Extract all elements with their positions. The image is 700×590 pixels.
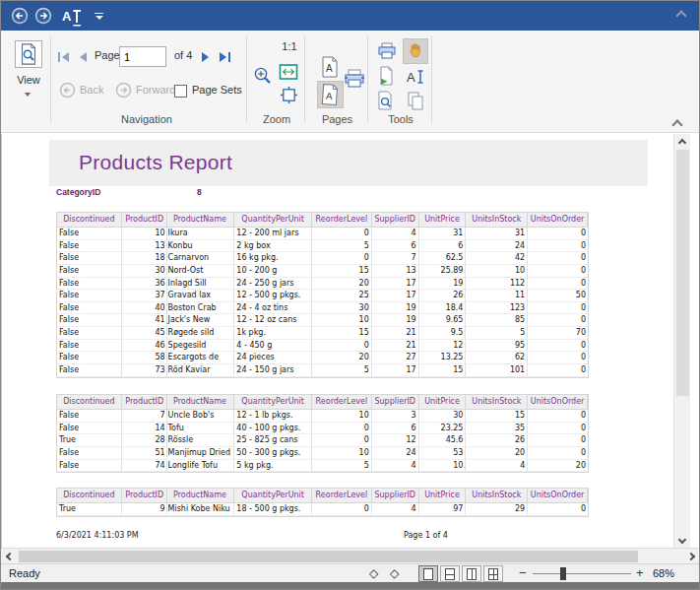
diamond-marker-icon[interactable]: ◇ [390,566,399,580]
copy-button[interactable] [407,91,424,110]
table-cell: 6 [372,423,419,434]
forward-history-button[interactable] [115,82,132,98]
table-row: False74Longlife Tofu5 kg pkg.5410420 [57,460,588,473]
vertical-scrollbar[interactable] [673,134,690,550]
report-table-3: DiscontinuedProductIDProductNameQuantity… [56,488,589,517]
page-number-input[interactable] [119,46,166,67]
view-dropdown-arrow-icon[interactable] [25,93,31,97]
text-search-tool-button[interactable]: A [406,68,426,86]
window-bottom-border [1,582,700,589]
facing-pages-view-button[interactable]: A [321,84,339,105]
pages-group-label: Pages [307,113,367,125]
table-row: False40Boston Crab24 - 4 oz tins301918.4… [57,302,588,315]
header-cell: QuantityPerUnit [234,213,312,227]
quick-access-dropdown-icon[interactable] [95,13,103,20]
scroll-down-icon[interactable] [678,536,686,544]
print-button[interactable] [377,41,397,61]
horizontal-split-layout-button[interactable] [440,565,460,582]
header-cell: SupplierID [372,395,419,409]
page-sets-label: Page Sets [192,84,242,96]
table-row: False7Uncle Bob's12 - 1 lb pkgs.10330150 [57,410,588,423]
view-button-label[interactable]: View [1,74,56,86]
back-history-button[interactable] [59,82,76,98]
table-row: False30Nord-Ost10 - 200 g151325.89100 [57,265,588,278]
table-cell: 18.4 [419,302,467,314]
horizontal-scrollbar[interactable] [1,548,700,563]
table-cell: False [57,265,122,277]
table-cell: Mishi Kobe Niku [167,503,235,515]
report-preview-area: Products Report CategoryID 8 Discontinue… [1,134,700,550]
header-cell: ProductName [167,489,235,502]
scroll-left-icon[interactable] [6,553,14,560]
table-cell: 24 - 4 oz tins [234,302,312,314]
two-page-layout-button[interactable] [462,565,481,582]
single-page-layout-button[interactable] [418,565,438,582]
table-cell: 85 [466,314,528,326]
fit-page-button[interactable] [280,86,298,104]
table-row: False51Manjimup Dried50 - 300 g pkgs.102… [57,447,588,460]
zoom-in-button[interactable]: + [636,565,644,580]
next-page-button[interactable] [200,51,211,63]
zoom-slider-track[interactable] [533,573,631,574]
previous-page-button[interactable] [77,51,88,63]
zoom-one-to-one-button[interactable]: 1:1 [278,40,301,52]
fit-width-button[interactable] [279,63,298,81]
zoom-slider-thumb[interactable] [560,567,566,580]
header-cell: ProductID [122,489,167,502]
diamond-marker-icon[interactable]: ◇ [369,566,378,580]
zoom-magnifier-button[interactable] [252,66,274,88]
last-page-button[interactable] [219,51,231,63]
ribbon-collapse-icon[interactable] [671,119,682,130]
page-setup-button[interactable] [345,68,364,90]
forward-icon[interactable] [34,7,52,25]
search-document-button[interactable] [376,91,394,110]
horizontal-scroll-thumb[interactable] [19,551,638,562]
table-cell: 41 [122,314,167,326]
table-cell: 5 kg pkg. [234,460,312,472]
view-button[interactable] [15,40,42,68]
grid-layout-button[interactable] [483,565,503,582]
header-cell: QuantityPerUnit [234,395,312,409]
table-header-row: DiscontinuedProductIDProductNameQuantity… [57,395,588,410]
report-table-2: DiscontinuedProductIDProductNameQuantity… [56,394,589,473]
table-cell: 0 [528,447,588,459]
table-cell: 40 [122,302,167,314]
header-cell: ProductName [167,213,235,227]
vertical-scroll-thumb[interactable] [676,150,689,396]
table-row: False41Jack's New12 - 12 oz cans10199.65… [57,314,588,327]
table-cell: 0 [312,228,372,239]
page-sets-checkbox[interactable] [174,85,187,98]
group-field-value: 8 [197,187,202,197]
hand-tool-button[interactable] [407,41,424,59]
table-cell: 0 [528,434,588,446]
table-cell: 30 [122,265,167,277]
header-cell: UnitsOnOrder [528,213,588,227]
table-row: True28Rössle25 - 825 g cans01245.6260 [57,434,588,447]
table-cell: Nord-Ost [167,265,235,277]
text-edit-tool-icon[interactable]: A [62,9,81,24]
table-cell: 0 [528,410,588,422]
table-cell: 30 [312,302,372,314]
scroll-up-icon[interactable] [678,139,686,147]
table-cell: 0 [528,352,588,363]
table-cell: 11 [466,290,528,301]
table-cell: Longlife Tofu [167,460,235,472]
first-page-button[interactable] [57,51,70,63]
table-cell: Boston Crab [167,302,235,314]
zoom-out-button[interactable]: − [519,565,527,580]
status-bar: Ready ◇ ◇ − + 68% [1,563,700,582]
back-icon[interactable] [11,7,29,25]
table-cell: 62.5 [419,252,467,264]
table-cell: 4 [466,460,528,472]
single-page-view-button[interactable]: A [321,56,339,78]
header-cell: QuantityPerUnit [234,489,312,502]
titlebar-collapse-icon[interactable] [675,10,686,21]
table-row: False46Spegesild4 - 450 g02112950 [57,340,588,353]
scroll-right-icon[interactable] [687,553,695,560]
table-cell: 18 [122,252,167,264]
table-cell: 35 [466,423,528,434]
page-label: Page [95,49,120,61]
export-document-button[interactable] [377,66,395,86]
header-cell: Discontinued [57,489,122,502]
table-header-row: DiscontinuedProductIDProductNameQuantity… [57,213,588,228]
